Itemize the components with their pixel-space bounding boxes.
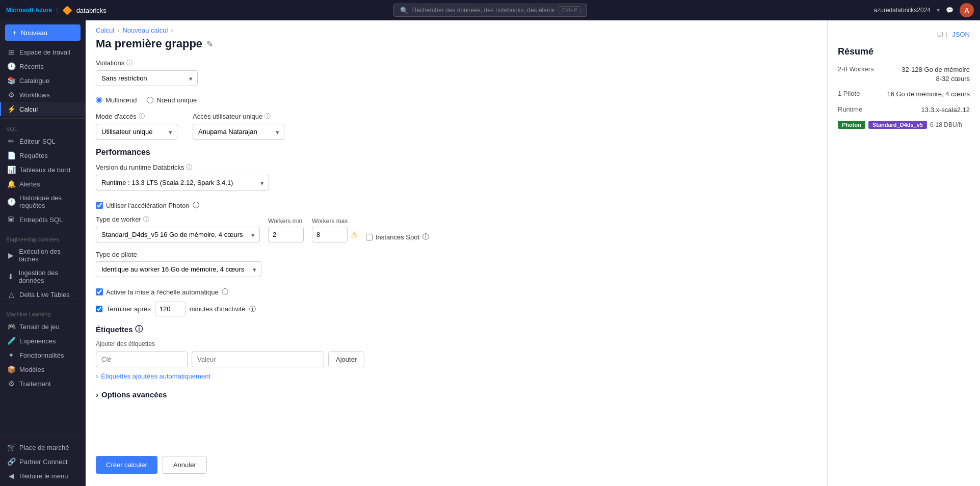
search-shortcut: Ctrl+P	[559, 6, 580, 14]
sidebar-item-marketplace[interactable]: 🛒 Place de marché	[0, 440, 86, 454]
summary-runtime-val: 13.3.x-scala2.12	[921, 105, 970, 115]
pilot-type-select[interactable]: Identique au worker 16 Go de mémoire, 4 …	[96, 261, 261, 277]
catalog-icon: 📚	[7, 76, 15, 85]
access-row: Mode d'accès ⓘ Utilisateur unique Accès …	[96, 112, 817, 140]
worker-type-label: Type de worker ⓘ	[96, 215, 260, 224]
user-label[interactable]: azuredatabricks2024	[874, 7, 931, 14]
sidebar-item-experiences[interactable]: 🧪 Expériences	[0, 334, 86, 348]
workflows-icon: ⚙	[7, 91, 15, 99]
new-button[interactable]: ＋ Nouveau	[5, 24, 81, 41]
requetes-icon: 📄	[7, 151, 15, 159]
search-box[interactable]: 🔍 Ctrl+P	[393, 4, 587, 17]
terminate-input[interactable]	[155, 302, 186, 316]
sidebar-item-partner[interactable]: 🔗 Partner Connect	[0, 454, 86, 469]
breadcrumb-nouveau-calcul[interactable]: Nouveau calcul	[122, 26, 168, 34]
cle-input[interactable]	[96, 352, 188, 367]
ajouter-button[interactable]: Ajouter	[328, 352, 364, 367]
worker-type-select[interactable]: Standard_D4ds_v5 16 Go de mémoire, 4 cœu…	[96, 227, 260, 242]
sidebar-item-traitement[interactable]: ⚙ Traitement	[0, 376, 86, 391]
sidebar-item-delta-live[interactable]: △ Delta Live Tables	[0, 287, 86, 302]
acces-select[interactable]: Utilisateur unique	[96, 124, 177, 140]
creer-calculer-button[interactable]: Créer calculer	[96, 456, 157, 474]
summary-pilote-key: 1 Pilote	[838, 90, 860, 99]
radio-noeud-unique[interactable]: Nœud unique	[147, 96, 197, 104]
ui-link[interactable]: UI	[937, 31, 944, 38]
sidebar-item-reduce[interactable]: ◀ Réduire le menu	[0, 469, 86, 483]
advanced-row[interactable]: › Options avancées	[96, 390, 817, 399]
sql-section-label: SQL	[0, 121, 86, 134]
autoscale-checkbox[interactable]	[96, 288, 103, 295]
mode-radio-group: Multinœud Nœud unique	[96, 96, 817, 104]
workspace-icon: ⊞	[7, 48, 15, 56]
sidebar-item-catalog[interactable]: 📚 Catalogue	[0, 73, 86, 88]
autoscale-info-icon: ⓘ	[222, 287, 228, 296]
main-layout: ＋ Nouveau ⊞ Espace de travail 🕐 Récents …	[0, 20, 980, 486]
auto-etiquettes-row[interactable]: › Étiquettes ajoutées automatiquement	[96, 372, 817, 380]
sidebar-item-calcul[interactable]: ⚡ Calcul	[0, 102, 86, 116]
summary-panel: UI | JSON Résumé 2-8 Workers 32-128 Go d…	[827, 20, 980, 486]
sidebar-item-entrepots[interactable]: 🏛 Entrepôts SQL	[0, 212, 86, 227]
sidebar-bottom: 🛒 Place de marché 🔗 Partner Connect ◀ Ré…	[0, 437, 86, 486]
annuler-button[interactable]: Annuler	[163, 456, 207, 474]
sidebar-item-workflows[interactable]: ⚙ Workflows	[0, 88, 86, 102]
page-title: Ma première grappe	[96, 37, 202, 50]
etiquettes-info-icon: ⓘ	[135, 325, 143, 334]
runtime-select[interactable]: Runtime : 13.3 LTS (Scala 2.12, Spark 3.…	[96, 175, 269, 191]
violations-label: Violations ⓘ	[96, 59, 817, 67]
workers-max-input[interactable]	[312, 227, 348, 242]
edit-icon[interactable]: ✎	[206, 39, 213, 49]
user-select[interactable]: Anupama Natarajan	[193, 124, 284, 140]
dbu-label: 6-18 DBU/h	[930, 121, 962, 128]
sidebar-item-modeles[interactable]: 📦 Modèles	[0, 362, 86, 376]
sidebar-item-alertes[interactable]: 🔔 Alertes	[0, 177, 86, 191]
breadcrumb-sep1: ›	[117, 26, 119, 34]
acces-utilisateur-info-icon: ⓘ	[264, 112, 271, 121]
terminate-checkbox[interactable]	[96, 306, 102, 312]
avatar[interactable]: A	[960, 3, 974, 17]
workers-min-input[interactable]	[268, 227, 304, 242]
reduce-icon: ◀	[7, 472, 15, 480]
json-link[interactable]: JSON	[952, 31, 970, 38]
main-content: Calcul › Nouveau calcul › Ma première gr…	[86, 20, 827, 486]
sidebar-item-terrain[interactable]: 🎮 Terrain de jeu	[0, 319, 86, 334]
pilot-select-wrapper: Identique au worker 16 Go de mémoire, 4 …	[96, 261, 261, 277]
summary-runtime-key: Runtime	[838, 105, 862, 115]
sidebar-item-fonctionnalites[interactable]: ✦ Fonctionnalités	[0, 348, 86, 362]
summary-workers-key: 2-8 Workers	[838, 65, 874, 84]
radio-multinoeud[interactable]: Multinœud	[96, 96, 137, 104]
topbar: Microsoft Azure | 🔶 databricks 🔍 Ctrl+P …	[0, 0, 980, 20]
search-input[interactable]	[412, 7, 554, 14]
breadcrumb-calcul[interactable]: Calcul	[96, 26, 114, 34]
sidebar-item-requetes[interactable]: 📄 Requêtes	[0, 148, 86, 163]
sidebar: ＋ Nouveau ⊞ Espace de travail 🕐 Récents …	[0, 20, 86, 486]
sidebar-item-tableaux[interactable]: 📊 Tableaux de bord	[0, 163, 86, 177]
workers-min-label: Workers min	[268, 218, 304, 225]
summary-pilote-row: 1 Pilote 16 Go de mémoire, 4 cœurs	[838, 90, 970, 99]
notification-icon[interactable]: 💬	[946, 7, 953, 14]
sidebar-item-recents[interactable]: 🕐 Récents	[0, 59, 86, 73]
recents-icon: 🕐	[7, 62, 15, 70]
acces-utilisateur-label: Accès utilisateur unique ⓘ	[193, 112, 284, 121]
violations-select[interactable]: Sans restriction	[96, 70, 198, 86]
radio-multinoeud-input[interactable]	[96, 97, 102, 103]
valeur-input[interactable]	[192, 352, 324, 367]
spot-checkbox[interactable]	[366, 234, 373, 240]
acces-label: Mode d'accès ⓘ	[96, 112, 177, 121]
user-select-wrapper: Anupama Natarajan	[193, 124, 284, 140]
ajouter-etiquettes-label: Ajouter des étiquettes	[96, 340, 817, 347]
perf-heading: Performances	[96, 148, 817, 157]
sidebar-item-historique[interactable]: 🕐 Historique des requêtes	[0, 191, 86, 212]
photon-checkbox[interactable]	[96, 202, 103, 209]
fonctionnalites-icon: ✦	[7, 351, 15, 359]
sidebar-item-execution[interactable]: ▶ Exécution des tâches	[0, 245, 86, 266]
chevron-right-icon: ›	[96, 390, 98, 399]
db-label: databricks	[76, 7, 107, 14]
terminate-info-icon: ⓘ	[249, 305, 256, 314]
radio-noeud-unique-input[interactable]	[147, 97, 153, 103]
sidebar-item-ingestion[interactable]: ⬇ Ingestion des données	[0, 266, 86, 287]
workers-max-label: Workers max	[312, 218, 358, 225]
sidebar-item-sql-editor[interactable]: ✏ Éditeur SQL	[0, 134, 86, 148]
sidebar-item-workspace[interactable]: ⊞ Espace de travail	[0, 45, 86, 59]
breadcrumb: Calcul › Nouveau calcul ›	[86, 20, 827, 34]
workers-min-group: Workers min	[268, 218, 304, 242]
